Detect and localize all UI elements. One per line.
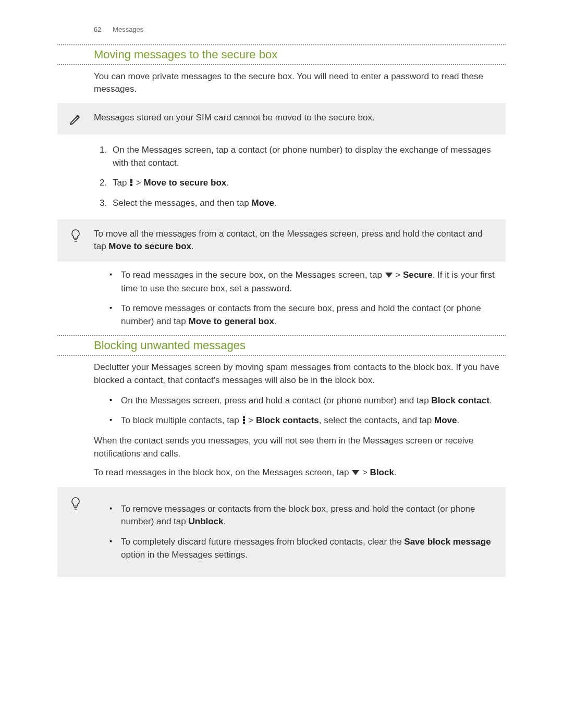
step-2: Tap > Move to secure box.	[109, 177, 506, 190]
step-3: Select the messages, and then tap Move.	[109, 197, 506, 210]
section-title-blocking: Blocking unwanted messages	[57, 337, 506, 354]
header-section: Messages	[113, 26, 143, 33]
page: 62 Messages Moving messages to the secur…	[0, 0, 563, 728]
body-paragraph: When the contact sends you messages, you…	[57, 435, 506, 460]
bullet-item: To completely discard future messages fr…	[109, 536, 495, 561]
svg-rect-1	[130, 181, 132, 183]
bullet-item: On the Messages screen, press and hold a…	[109, 394, 506, 408]
numbered-steps: On the Messages screen, tap a contact (o…	[94, 144, 506, 210]
pencil-icon	[57, 112, 94, 126]
page-number: 62	[94, 26, 101, 33]
intro-paragraph: Declutter your Messages screen by moving…	[57, 361, 506, 387]
dropdown-triangle-icon	[351, 467, 360, 480]
tip-text: To move all the messages from a contact,…	[94, 228, 495, 253]
bullet-item: To read messages in the secure box, on t…	[109, 269, 506, 295]
intro-paragraph: You can move private messages to the sec…	[57, 70, 506, 96]
bullet-item: To remove messages or contacts from the …	[109, 302, 506, 328]
overflow-menu-icon	[129, 178, 133, 187]
section-title-secure-box: Moving messages to the secure box	[57, 46, 506, 63]
lightbulb-icon	[57, 228, 94, 243]
content-column: 62 Messages Moving messages to the secur…	[57, 25, 506, 577]
divider	[57, 64, 506, 65]
page-header: 62 Messages	[57, 25, 506, 35]
tip-box: To move all the messages from a contact,…	[57, 219, 506, 262]
svg-marker-7	[352, 470, 359, 475]
tip-box: To remove messages or contacts from the …	[57, 487, 506, 577]
body-paragraph: To read messages in the block box, on th…	[57, 466, 506, 480]
svg-rect-4	[243, 416, 245, 418]
divider	[57, 355, 506, 356]
overflow-menu-icon	[242, 416, 246, 424]
note-box: Messages stored on your SIM card cannot …	[57, 103, 506, 134]
bullet-item: To remove messages or contacts from the …	[109, 503, 495, 528]
bullet-list: On the Messages screen, press and hold a…	[94, 394, 506, 427]
divider	[57, 335, 506, 336]
tip-text: To remove messages or contacts from the …	[94, 496, 495, 569]
bullet-list: To read messages in the secure box, on t…	[94, 269, 506, 328]
svg-rect-6	[243, 422, 245, 424]
note-text: Messages stored on your SIM card cannot …	[94, 112, 495, 125]
bullet-item: To block multiple contacts, tap > Block …	[109, 414, 506, 427]
dropdown-triangle-icon	[385, 269, 393, 282]
svg-marker-3	[385, 273, 393, 278]
step-1: On the Messages screen, tap a contact (o…	[109, 144, 506, 169]
svg-rect-2	[130, 184, 132, 186]
divider	[57, 44, 506, 45]
svg-rect-5	[243, 419, 245, 421]
lightbulb-icon	[57, 496, 94, 511]
svg-rect-0	[130, 179, 132, 181]
bullet-list: To remove messages or contacts from the …	[94, 503, 495, 562]
